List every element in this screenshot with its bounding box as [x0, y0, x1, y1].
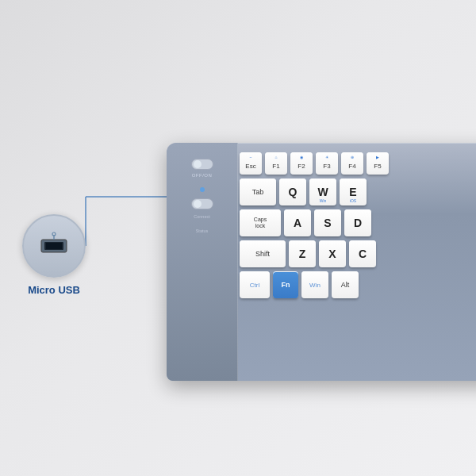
- bottom-row: Ctrl Fn Win Alt: [240, 271, 476, 298]
- power-switch-group: OFF/ON: [191, 159, 213, 178]
- keyboard: OFF/ON Connect Status ~ Esc ⌂ F1: [167, 143, 476, 381]
- usb-callout: Micro USB: [22, 214, 86, 296]
- zxc-row: Shift Z X C: [240, 240, 476, 267]
- key-capslock[interactable]: Capslock: [240, 209, 281, 236]
- function-key-row: ~ Esc ⌂ F1 ◉ F2 ☀ F3 ⊕ F4: [240, 152, 476, 175]
- key-fn-blue[interactable]: Fn: [273, 271, 298, 298]
- connect-toggle[interactable]: [191, 198, 213, 209]
- key-q[interactable]: Q: [279, 178, 306, 205]
- usb-port-circle: [22, 214, 86, 278]
- key-d[interactable]: D: [344, 209, 371, 236]
- key-x[interactable]: X: [319, 240, 346, 267]
- key-shift[interactable]: Shift: [240, 240, 286, 267]
- key-e[interactable]: E iOS: [340, 178, 367, 205]
- key-f2[interactable]: ◉ F2: [290, 152, 313, 175]
- key-z[interactable]: Z: [289, 240, 316, 267]
- qwerty-row: Tab Q W Win E iOS: [240, 178, 476, 205]
- key-ctrl[interactable]: Ctrl: [240, 271, 270, 298]
- keyboard-body: OFF/ON Connect Status ~ Esc ⌂ F1: [167, 143, 476, 381]
- usb-label: Micro USB: [22, 284, 86, 296]
- key-s[interactable]: S: [314, 209, 341, 236]
- key-a[interactable]: A: [284, 209, 311, 236]
- asd-row: Capslock A S D: [240, 209, 476, 236]
- key-f5[interactable]: ▶ F5: [367, 152, 389, 175]
- keyboard-side-panel: OFF/ON Connect Status: [167, 143, 238, 381]
- key-f3[interactable]: ☀ F3: [316, 152, 338, 175]
- key-tab[interactable]: Tab: [240, 178, 276, 205]
- key-tilde-esc[interactable]: ~ Esc: [240, 152, 262, 175]
- key-w[interactable]: W Win: [309, 178, 336, 205]
- status-label: Status: [196, 228, 209, 233]
- key-win[interactable]: Win: [301, 271, 328, 298]
- key-f4[interactable]: ⊕ F4: [341, 152, 363, 175]
- power-label: OFF/ON: [192, 173, 213, 178]
- key-f1[interactable]: ⌂ F1: [265, 152, 287, 175]
- power-toggle[interactable]: [191, 159, 213, 170]
- key-alt[interactable]: Alt: [332, 271, 359, 298]
- connect-label: Connect: [194, 214, 210, 219]
- connect-switch-group: Connect: [191, 198, 213, 219]
- key-c[interactable]: C: [349, 240, 376, 267]
- micro-usb-icon: [36, 232, 71, 260]
- led-indicator: [200, 187, 205, 192]
- keys-area: ~ Esc ⌂ F1 ◉ F2 ☀ F3 ⊕ F4: [240, 152, 476, 371]
